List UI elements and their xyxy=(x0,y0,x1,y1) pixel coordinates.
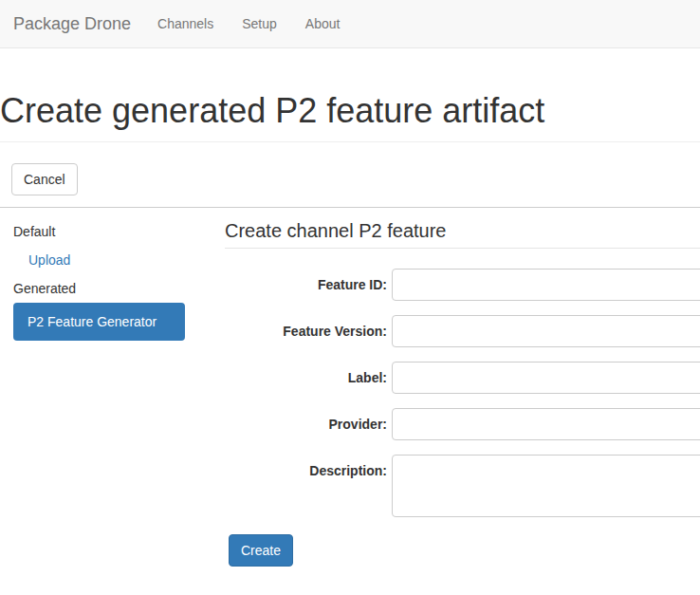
label-label: Label: xyxy=(225,362,392,394)
label-input[interactable] xyxy=(392,362,700,394)
cancel-button[interactable]: Cancel xyxy=(11,163,78,195)
sidebar-item-upload[interactable]: Upload xyxy=(0,246,211,274)
sidebar-section-generated: Generated xyxy=(0,274,211,303)
nav-item-channels[interactable]: Channels xyxy=(143,0,228,47)
main-nav: Channels Setup About xyxy=(143,0,354,47)
form-row-feature-version: Feature Version: xyxy=(225,315,700,347)
form-row-description: Description: xyxy=(225,455,700,520)
brand-link[interactable]: Package Drone xyxy=(0,0,143,47)
content-area: Default Upload Generated P2 Feature Gene… xyxy=(0,217,700,567)
top-navbar: Package Drone Channels Setup About xyxy=(0,0,700,48)
page-header: Create generated P2 feature artifact xyxy=(0,92,700,142)
form-row-label: Label: xyxy=(225,362,700,394)
generator-nav-list: Default Upload Generated P2 Feature Gene… xyxy=(0,217,211,341)
toolbar-divider xyxy=(0,207,700,208)
nav-item-about[interactable]: About xyxy=(291,0,355,47)
submit-row: Create xyxy=(225,534,700,567)
sidebar-section-default: Default xyxy=(0,217,211,246)
feature-version-input[interactable] xyxy=(392,315,700,347)
form-row-feature-id: Feature ID: xyxy=(225,269,700,301)
page-title: Create generated P2 feature artifact xyxy=(0,92,700,130)
provider-label: Provider: xyxy=(225,408,392,440)
p2-feature-form: Feature ID: Feature Version: Label: Prov… xyxy=(225,269,700,567)
feature-version-label: Feature Version: xyxy=(225,315,392,347)
feature-id-label: Feature ID: xyxy=(225,269,392,301)
main-panel: Create channel P2 feature Feature ID: Fe… xyxy=(225,217,700,567)
description-label: Description: xyxy=(225,455,392,520)
form-row-provider: Provider: xyxy=(225,408,700,440)
feature-id-input[interactable] xyxy=(392,269,700,301)
provider-input[interactable] xyxy=(392,408,700,440)
sidebar-item-p2-feature-generator[interactable]: P2 Feature Generator xyxy=(13,303,185,341)
description-textarea[interactable] xyxy=(392,455,700,517)
nav-item-setup[interactable]: Setup xyxy=(228,0,291,47)
create-button[interactable]: Create xyxy=(229,534,293,567)
form-heading: Create channel P2 feature xyxy=(225,217,700,249)
button-toolbar: Cancel xyxy=(11,163,700,195)
generator-sidebar: Default Upload Generated P2 Feature Gene… xyxy=(0,217,211,341)
